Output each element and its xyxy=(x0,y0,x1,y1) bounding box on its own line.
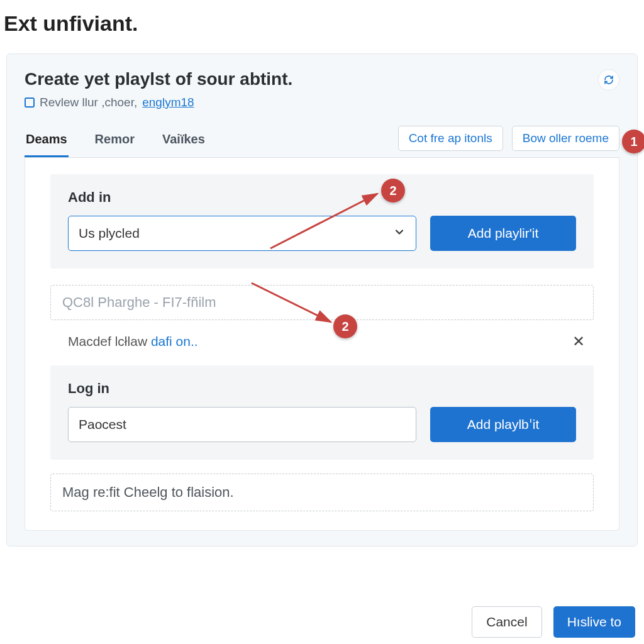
action-cot-button[interactable]: Cot fre ap itonls xyxy=(398,126,503,151)
panel-subtitle: Revlew llur ,choer, englym18 xyxy=(25,96,292,109)
add-in-block: Add in Us plycled Add playlir'it xyxy=(50,174,594,269)
placeholder-box-2: Mag re:fit Cheelg to flaision. xyxy=(50,474,594,511)
tab-remor[interactable]: Remor xyxy=(94,132,136,157)
tab-deams[interactable]: Deams xyxy=(25,132,69,157)
submit-button[interactable]: Hıslive to xyxy=(553,606,635,638)
main-panel: Create yet playlst of sour abtint. Revle… xyxy=(6,53,638,547)
login-block: Log in Paocest Add playlbˈit xyxy=(50,365,594,460)
macdef-row: Macdef lcłlaw dafi on.. ✕ xyxy=(50,330,594,353)
macdef-link[interactable]: dafi on.. xyxy=(151,334,198,348)
panel-sub-link[interactable]: englym18 xyxy=(142,96,194,109)
chevron-down-icon xyxy=(393,226,406,242)
login-input[interactable]: Paocest xyxy=(68,407,416,442)
action-bow-button[interactable]: Bow oller roeme xyxy=(512,126,619,151)
callout-1: 1 xyxy=(622,130,644,153)
tab-row: Deams Remor Vaiïkes Cot fre ap itonls Bo… xyxy=(25,126,619,158)
placeholder-box-1: QC8l Pharghe - FI7-fñilm xyxy=(50,285,594,320)
cancel-button[interactable]: Cancel xyxy=(472,606,541,638)
add-playlist-button-2[interactable]: Add playlbˈit xyxy=(430,407,576,442)
panel-title: Create yet playlst of sour abtint. xyxy=(25,69,292,89)
add-in-select[interactable]: Us plycled xyxy=(68,216,416,251)
add-in-title: Add in xyxy=(68,189,576,206)
square-icon xyxy=(25,97,35,108)
login-input-value: Paocest xyxy=(79,417,126,432)
login-title: Log in xyxy=(68,380,576,397)
page-title: Ext unfiviant. xyxy=(0,0,644,42)
footer-actions: Cancel Hıslive to xyxy=(472,606,635,638)
tab-vaiikes[interactable]: Vaiïkes xyxy=(161,132,206,157)
close-icon[interactable]: ✕ xyxy=(567,330,590,353)
tab-content: Add in Us plycled Add playlir'it QC8l Ph… xyxy=(25,158,619,531)
panel-sub-text: Revlew llur ,choer, xyxy=(40,96,137,109)
add-in-select-value: Us plycled xyxy=(79,226,140,241)
add-playlist-button-1[interactable]: Add playlir'it xyxy=(430,216,576,251)
callout-2a: 2 xyxy=(381,179,405,203)
refresh-icon[interactable] xyxy=(598,69,619,91)
callout-2b: 2 xyxy=(333,314,357,338)
macdef-text: Macdef lcłlaw xyxy=(68,334,151,348)
